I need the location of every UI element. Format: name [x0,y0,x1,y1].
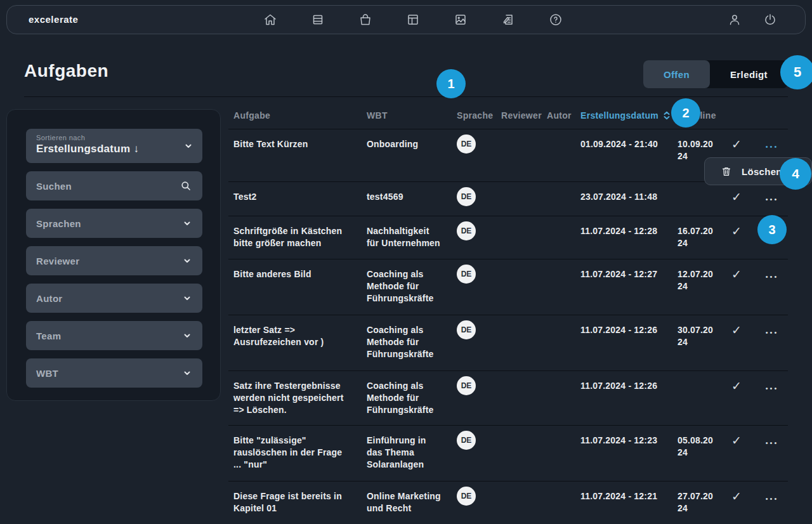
sort-select[interactable]: Sortieren nach Erstellungsdatum ↓ [26,129,202,163]
header-erstellungsdatum[interactable]: Erstellungsdatum [580,110,678,121]
more-options-button[interactable]: ••• [756,138,788,153]
filter-sprachen-label: Sprachen [36,218,182,229]
layout-button[interactable] [405,12,421,27]
more-options-button[interactable]: ••• [756,380,788,395]
more-options-button[interactable]: ••• [756,268,788,283]
table-row[interactable]: letzter Satz => Ausrufezeichen vor ) Coa… [228,315,788,371]
logo[interactable]: excelerate [29,6,78,34]
filter-wbt[interactable]: WBT [26,358,202,388]
nav-account-group [727,12,778,27]
complete-check-button[interactable]: ✓ [717,324,756,336]
help-icon [548,12,563,27]
language-badge: DE [457,376,476,395]
home-icon [263,12,278,27]
sort-arrows-icon [663,110,671,121]
top-navbar: excelerate [6,5,806,34]
complete-check-button[interactable]: ✓ [717,268,756,280]
filter-team-label: Team [36,331,182,341]
task-wbt: Nachhaltigkeit für Unternehmen [367,225,457,249]
filter-reviewer-label: Reviewer [36,256,182,266]
task-created: 11.07.2024 - 12:26 [580,380,678,392]
header-erstellungsdatum-label: Erstellungsdatum [580,110,658,121]
more-options-button[interactable]: ••• [756,324,788,339]
task-created: 11.07.2024 - 12:27 [580,268,678,280]
task-title: Schriftgröße in Kästchen bitte größer ma… [228,225,367,249]
chevron-down-icon [182,293,192,303]
more-options-button[interactable]: ••• [756,191,788,206]
complete-check-button[interactable]: ✓ [717,435,756,447]
task-deadline: 16.07.2024 [678,225,717,249]
table-row[interactable]: Diese Frage ist bereits in Kapitel 01 On… [228,481,788,524]
task-deadline: 05.08.2024 [678,435,717,459]
task-deadline: 27.07.2024 [678,490,717,514]
filter-reviewer[interactable]: Reviewer [26,246,202,275]
complete-check-button[interactable]: ✓ [717,490,756,502]
task-created: 11.07.2024 - 12:28 [580,225,678,237]
media-button[interactable] [453,12,468,27]
power-icon [763,12,778,27]
task-wbt: Onboarding [367,138,457,150]
filter-autor[interactable]: Autor [26,284,202,313]
table-header-row: Aufgabe WBT Sprache Reviewer Autor Erste… [228,102,788,129]
task-created: 11.07.2024 - 12:23 [580,435,678,447]
table-row[interactable]: Satz ihre Testergebnisse werden nicht ge… [228,371,788,426]
complete-check-button[interactable]: ✓ [717,225,756,237]
task-wbt: Online Marketing und Recht [367,490,457,514]
callout-3: 3 [757,215,787,244]
chevron-down-icon [182,256,192,266]
chevron-down-icon [182,218,192,228]
filter-wbt-label: WBT [36,368,182,379]
complete-check-button[interactable]: ✓ [717,138,756,150]
table-row[interactable]: Test2 test4569 DE 23.07.2024 - 11:48 ✓ •… [228,182,788,216]
task-wbt: Coaching als Methode für Führungskräfte [367,324,457,360]
notes-icon [501,12,516,27]
nav-icon-group [263,12,563,27]
sort-label: Sortieren nach [36,134,192,141]
filter-sprachen[interactable]: Sprachen [26,209,202,238]
filter-team[interactable]: Team [26,321,202,350]
table-row[interactable]: Schriftgröße in Kästchen bitte größer ma… [228,216,788,259]
more-options-button[interactable]: ••• [756,435,788,449]
callout-5: 5 [780,55,812,89]
bag-icon [358,12,373,27]
language-badge: DE [457,487,476,506]
table-row[interactable]: Bitte anderes Bild Coaching als Methode … [228,259,788,315]
archive-button[interactable] [310,12,325,27]
task-wbt: Einführung in das Thema Solaranlagen [367,435,457,471]
help-button[interactable] [548,12,563,27]
task-created: 23.07.2024 - 11:48 [580,191,678,203]
language-badge: DE [457,320,476,339]
home-button[interactable] [263,12,278,27]
tasks-button[interactable] [501,12,516,27]
task-title: Bitte Text Kürzen [228,138,367,150]
layout-icon [405,12,421,27]
task-title: letzter Satz => Ausrufezeichen vor ) [228,324,367,348]
page-title: Aufgaben [24,61,108,81]
tab-offen[interactable]: Offen [643,60,710,88]
language-badge: DE [457,187,476,206]
header-reviewer: Reviewer [501,110,547,121]
user-button[interactable] [727,12,742,27]
complete-check-button[interactable]: ✓ [717,191,756,203]
task-wbt: test4569 [367,191,457,203]
task-created: 01.09.2024 - 21:40 [580,138,678,150]
image-icon [453,12,468,27]
complete-check-button[interactable]: ✓ [717,380,756,392]
task-deadline: 30.07.2024 [678,324,717,348]
task-wbt: Coaching als Methode für Führungskräfte [367,268,457,305]
header-wbt: WBT [367,110,457,121]
header-aufgabe: Aufgabe [228,110,367,121]
title-divider [24,96,788,97]
task-title: Bitte anderes Bild [228,268,367,280]
table-row[interactable]: Bitte "zulässige" rauslöschen in der Fra… [228,426,788,481]
trash-icon [720,165,733,178]
more-options-button[interactable]: ••• [756,490,788,505]
search-input[interactable] [36,181,180,192]
logout-button[interactable] [763,12,778,27]
table-body: Bitte Text Kürzen Onboarding DE 01.09.20… [228,129,788,524]
header-sprache: Sprache [457,110,501,121]
bag-button[interactable] [358,12,373,27]
filter-panel: Sortieren nach Erstellungsdatum ↓ Sprach… [6,109,221,401]
tab-erledigt[interactable]: Erledigt [710,60,788,88]
task-created: 11.07.2024 - 12:26 [580,324,678,336]
